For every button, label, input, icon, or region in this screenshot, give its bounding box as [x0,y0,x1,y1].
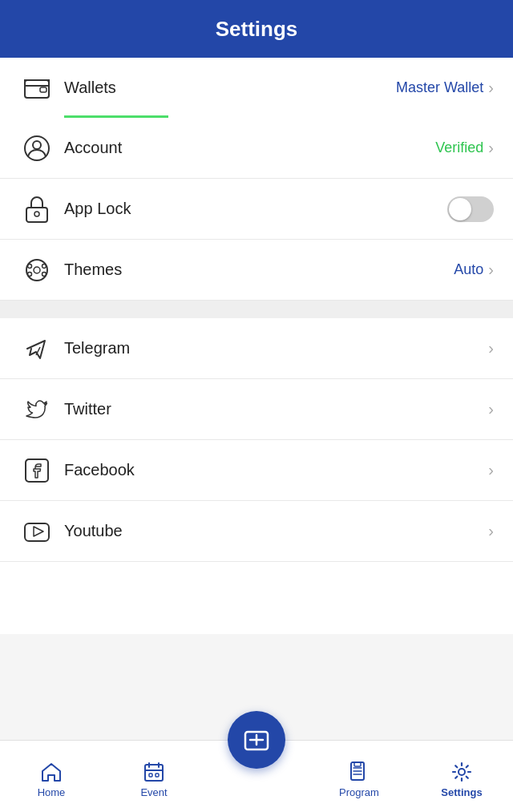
home-label: Home [38,786,66,798]
facebook-label: Facebook [64,461,488,479]
svg-point-9 [34,267,40,273]
event-label: Event [140,786,167,798]
lock-icon [19,195,55,224]
svg-point-13 [42,272,46,276]
facebook-icon [19,456,55,485]
home-icon [40,761,63,783]
applock-toggle[interactable] [447,196,494,222]
nav-item-settings[interactable]: Settings [410,741,513,812]
svg-rect-6 [26,208,47,222]
svg-point-7 [34,212,39,216]
youtube-row[interactable]: Youtube › [0,501,513,562]
content-spacer [0,562,513,634]
wallets-underline [64,115,168,118]
header-title: Settings [216,17,298,42]
account-row[interactable]: Account Verified › [0,118,513,179]
themes-row[interactable]: Themes Auto › [0,240,513,301]
facebook-chevron: › [488,461,494,479]
themes-chevron: › [488,261,494,279]
wallets-label: Wallets [64,79,396,97]
twitter-chevron: › [488,400,494,418]
program-icon [348,761,370,783]
telegram-label: Telegram [64,339,488,358]
section-gap [0,301,513,318]
svg-rect-15 [26,459,48,482]
twitter-row[interactable]: Twitter › [0,379,513,440]
nav-item-event[interactable]: Event [103,741,205,812]
fab-icon [242,725,271,754]
telegram-icon [19,334,55,363]
header: Settings [0,0,513,58]
event-icon [143,761,165,783]
wallets-row[interactable]: Wallets Master Wallet › [0,58,513,119]
content: Wallets Master Wallet › Account Verified… [0,58,513,634]
settings-icon [450,761,473,783]
svg-point-12 [28,272,32,276]
wallets-chevron: › [488,79,494,97]
applock-row[interactable]: App Lock [0,179,513,240]
applock-label: App Lock [64,200,447,218]
nav-item-program[interactable]: Program [308,741,410,812]
program-label: Program [339,786,379,798]
twitter-label: Twitter [64,400,488,418]
svg-point-10 [28,264,32,268]
wallet-icon [19,74,55,103]
toggle-knob [449,198,471,220]
themes-value: Auto [454,261,483,278]
fab-button[interactable] [228,711,285,769]
svg-rect-23 [156,774,159,777]
svg-rect-16 [25,523,49,541]
svg-point-8 [26,260,47,281]
settings-label: Settings [441,786,482,798]
svg-rect-28 [354,762,361,766]
themes-label: Themes [64,261,454,279]
account-icon [19,134,55,163]
svg-rect-2 [40,87,46,92]
telegram-row[interactable]: Telegram › [0,318,513,379]
twitter-icon [19,395,55,424]
svg-marker-17 [34,527,43,536]
themes-icon [19,256,55,285]
svg-point-5 [33,141,41,149]
telegram-chevron: › [488,339,494,358]
svg-rect-18 [145,765,163,781]
wallets-value: Master Wallet [396,79,483,96]
account-chevron: › [488,139,494,157]
account-label: Account [64,139,435,157]
youtube-label: Youtube [64,522,488,540]
svg-point-11 [42,264,46,268]
youtube-chevron: › [488,522,494,540]
svg-rect-1 [25,80,49,86]
account-value: Verified [435,139,483,156]
facebook-row[interactable]: Facebook › [0,440,513,501]
youtube-icon [19,517,55,546]
svg-point-32 [458,769,465,775]
svg-rect-0 [25,80,49,98]
nav-item-home[interactable]: Home [0,741,103,812]
bottom-nav: Home Event [0,740,513,812]
svg-rect-22 [149,774,152,777]
